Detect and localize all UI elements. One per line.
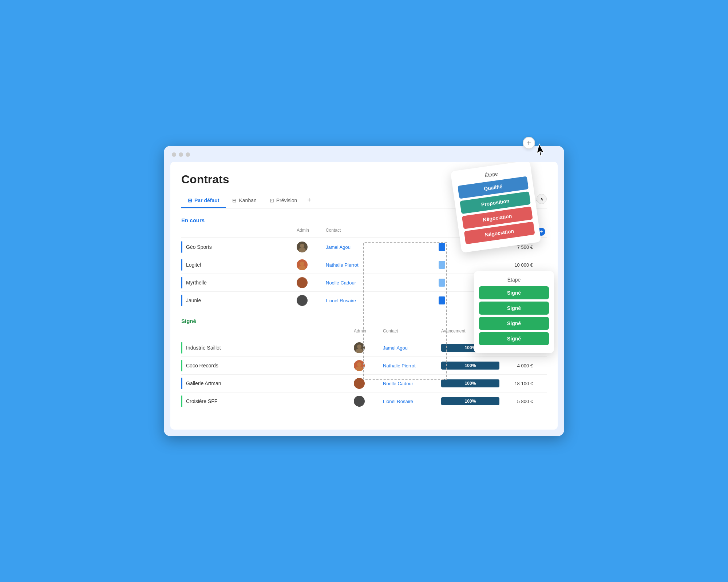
svg-marker-0: [537, 144, 546, 156]
row-croisiere-name-cell: Croisière SFF: [181, 395, 354, 407]
stage-dropdown-2: Étape Signé Signé Signé Signé: [474, 271, 554, 353]
row-indicator-bar: [181, 277, 182, 288]
window-dot-1: [172, 152, 176, 157]
row-name: Jaunie: [186, 298, 201, 303]
dropdown-item-signe-4[interactable]: Signé: [479, 332, 549, 345]
add-column-button[interactable]: +: [523, 137, 535, 149]
dropdown-item-signe-1[interactable]: Signé: [479, 286, 549, 299]
contact-link[interactable]: Noelle Cadour: [383, 381, 413, 386]
svg-point-10: [356, 348, 363, 353]
contact-link[interactable]: Noelle Cadour: [326, 280, 356, 286]
stage-cell: [384, 261, 499, 269]
amount-cell: 18 100 €: [499, 381, 536, 386]
svg-point-16: [356, 402, 363, 407]
row-geo-sports-name-cell: Géo Sports: [181, 241, 297, 253]
svg-point-13: [357, 380, 361, 384]
avatar: [354, 342, 365, 353]
avatar: [297, 259, 308, 270]
grid-icon: ⊞: [188, 198, 192, 203]
table-row: Coco Records Nathalie Pierrot 100% 4 000…: [181, 357, 547, 375]
contact-link[interactable]: Lionel Rosaire: [383, 399, 413, 404]
avatar-cell: [354, 396, 383, 407]
col-admin-header-signed: Admin: [354, 328, 383, 336]
amount-cell: 4 000 €: [499, 363, 536, 368]
row-name: Coco Records: [186, 363, 218, 368]
avatar-cell: [354, 378, 383, 389]
progress-bar: 100%: [441, 379, 499, 387]
tab-par-defaut[interactable]: ⊞ Par défaut: [181, 195, 226, 207]
stage-bar: [439, 261, 445, 269]
dropdown-item-signe-3[interactable]: Signé: [479, 317, 549, 330]
progress-bar: 100%: [441, 397, 499, 405]
svg-point-5: [300, 279, 304, 284]
row-indicator-bar: [181, 259, 182, 271]
contact-cell: Nathalie Pierrot: [326, 262, 384, 268]
contact-cell: Jamel Agou: [383, 344, 441, 351]
cursor-icon: [534, 143, 548, 161]
progress-cell: 100%: [441, 397, 499, 405]
row-name: Croisière SFF: [186, 398, 217, 404]
amount-cell: 10 000 €: [499, 262, 536, 268]
svg-point-1: [300, 244, 304, 248]
progress-cell: 100%: [441, 362, 499, 370]
svg-point-11: [357, 362, 361, 367]
contact-link[interactable]: Nathalie Pierrot: [383, 363, 416, 368]
contact-link[interactable]: Lionel Rosaire: [326, 298, 356, 303]
contact-link[interactable]: Jamel Agou: [383, 345, 408, 351]
row-name: Industrie Saillot: [186, 345, 221, 351]
add-tab-button[interactable]: +: [304, 194, 315, 208]
table-row: Gallerie Artman Noelle Cadour 100% 18 10…: [181, 375, 547, 392]
browser-window: + Étape Qualifié Proposition Négociation…: [164, 146, 564, 436]
stage-bar: [439, 243, 445, 251]
contact-cell: Noelle Cadour: [383, 380, 441, 387]
window-dot-2: [179, 152, 183, 157]
stage-bar: [439, 296, 445, 304]
en-cours-title: En cours: [181, 217, 205, 223]
row-indicator-bar: [181, 395, 182, 407]
col-contact-header: Contact: [326, 228, 384, 236]
avatar-cell: [297, 295, 326, 306]
avatar: [297, 277, 308, 288]
svg-point-14: [356, 384, 363, 389]
row-name: Logitel: [186, 262, 201, 268]
tab-prevision[interactable]: ⊡ Prévision: [263, 195, 304, 207]
row-indicator-bar: [181, 360, 182, 371]
progress-bar-fill: 100%: [441, 362, 499, 370]
row-myrthelle-name-cell: Myrthelle: [181, 277, 297, 288]
row-gallerie-name-cell: Gallerie Artman: [181, 378, 354, 389]
stage-dropdown-1: Étape Qualifié Proposition Négociation N…: [450, 162, 541, 253]
svg-point-4: [298, 266, 306, 270]
chart-icon: ⊡: [270, 198, 274, 203]
row-name: Gallerie Artman: [186, 380, 221, 386]
row-indicator-bar: [181, 241, 182, 253]
tab-par-defaut-label: Par défaut: [194, 198, 219, 203]
tab-kanban[interactable]: ⊟ Kanban: [226, 195, 263, 207]
avatar-cell: [354, 360, 383, 371]
avatar: [354, 396, 365, 407]
contact-link[interactable]: Jamel Agou: [326, 244, 351, 250]
window-dot-3: [186, 152, 190, 157]
row-name: Myrthelle: [186, 280, 207, 286]
collapse-button[interactable]: ∧: [537, 194, 547, 204]
svg-point-15: [357, 398, 361, 402]
table-row: Croisière SFF Lionel Rosaire 100% 5 800 …: [181, 392, 547, 410]
signe-title: Signé: [181, 318, 196, 324]
contact-cell: Lionel Rosaire: [383, 398, 441, 404]
avatar: [297, 295, 308, 306]
avatar-cell: [297, 242, 326, 252]
kanban-icon: ⊟: [232, 198, 237, 203]
progress-cell: 100%: [441, 379, 499, 387]
contact-link[interactable]: Nathalie Pierrot: [326, 262, 359, 268]
tab-kanban-label: Kanban: [239, 198, 256, 203]
row-industrie-name-cell: Industrie Saillot: [181, 342, 354, 354]
dropdown-item-signe-2[interactable]: Signé: [479, 302, 549, 315]
contact-cell: Nathalie Pierrot: [383, 362, 441, 369]
row-coco-name-cell: Coco Records: [181, 360, 354, 371]
browser-content: Étape Qualifié Proposition Négociation N…: [170, 162, 558, 430]
browser-titlebar: [170, 152, 558, 157]
svg-point-3: [300, 262, 304, 266]
col-name-header: [181, 228, 297, 236]
avatar: [354, 360, 365, 371]
row-indicator-bar: [181, 378, 182, 389]
avatar: [354, 378, 365, 389]
